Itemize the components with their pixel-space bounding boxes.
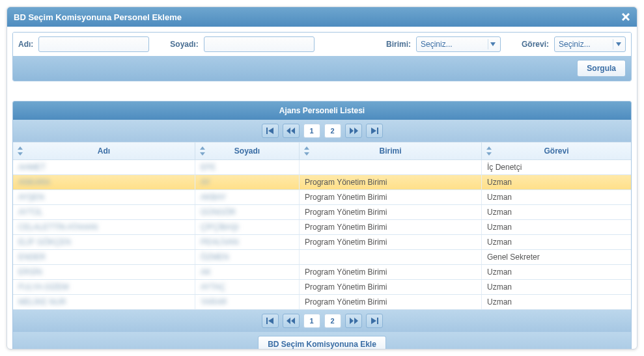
table-body: AHMETEFEİç DenetçiANKARAAYProgram Yöneti…: [13, 160, 631, 310]
svg-marker-7: [291, 128, 295, 134]
svg-marker-10: [371, 128, 376, 134]
adi-label: Adı:: [18, 40, 33, 49]
cell-adi: AYTÜL: [13, 205, 195, 219]
cell-soyadi: YARAR: [195, 295, 300, 309]
table-row[interactable]: ERSİNAKProgram Yönetim BirimiUzman: [13, 265, 631, 280]
chevron-down-icon: [613, 39, 623, 49]
soyadi-label: Soyadı:: [170, 40, 198, 49]
pager-last-icon[interactable]: [366, 124, 383, 138]
svg-marker-13: [18, 152, 23, 156]
gorevi-value: Seçiniz...: [559, 40, 591, 49]
soyadi-input[interactable]: [204, 36, 315, 52]
cell-adi: MELİKE NUR: [13, 295, 195, 309]
th-birimi[interactable]: Birimi: [300, 143, 482, 159]
pager-page-2[interactable]: 2: [324, 314, 341, 328]
cell-soyadi: ÇİFÇİBAŞI: [195, 220, 300, 234]
cell-birimi: [300, 250, 482, 264]
svg-marker-6: [287, 128, 290, 134]
pager-page-2[interactable]: 2: [324, 124, 341, 138]
pager-prev-icon[interactable]: [283, 124, 300, 138]
svg-marker-5: [268, 128, 273, 134]
close-icon[interactable]: [620, 11, 632, 23]
pager-first-icon[interactable]: [262, 124, 279, 138]
svg-rect-27: [377, 318, 378, 324]
cell-adi: AYŞEN: [13, 190, 195, 204]
sort-icon: [17, 146, 23, 156]
cell-soyadi: PEHLİVAN: [195, 235, 300, 249]
table-row[interactable]: AYŞENAKBAYProgram Yönetim BirimiUzman: [13, 190, 631, 205]
pager-next-icon[interactable]: [345, 314, 362, 328]
cell-gorevi: Uzman: [482, 295, 631, 309]
svg-marker-3: [616, 42, 621, 46]
svg-marker-19: [486, 152, 492, 156]
svg-rect-11: [377, 128, 378, 134]
pager-next-icon[interactable]: [345, 124, 362, 138]
chevron-down-icon: [488, 39, 498, 49]
th-adi[interactable]: Adı: [13, 143, 195, 159]
cell-adi: ELİF GÖKÇEN: [13, 235, 195, 249]
pager-first-icon[interactable]: [262, 314, 279, 328]
cell-soyadi: EFE: [195, 160, 300, 174]
gorevi-label: Görevi:: [522, 40, 549, 49]
cell-gorevi: Uzman: [482, 205, 631, 219]
svg-marker-22: [287, 318, 290, 324]
table-row[interactable]: ELİF GÖKÇENPEHLİVANProgram Yönetim Birim…: [13, 235, 631, 250]
table-row[interactable]: ENDERÖZMENGenel Sekreter: [13, 250, 631, 265]
cell-soyadi: AK: [195, 265, 300, 279]
cell-birimi: Program Yönetim Birimi: [300, 295, 482, 309]
cell-gorevi: Uzman: [482, 280, 631, 294]
sort-icon: [199, 146, 206, 156]
cell-gorevi: Uzman: [482, 265, 631, 279]
pager-page-1[interactable]: 1: [303, 124, 320, 138]
cell-adi: ERSİN: [13, 265, 195, 279]
cell-birimi: Program Yönetim Birimi: [300, 280, 482, 294]
cell-soyadi: AY: [195, 175, 300, 189]
sort-icon: [486, 146, 492, 156]
th-soyadi[interactable]: Soyadı: [195, 143, 300, 159]
cell-adi: AHMET: [13, 160, 195, 174]
svg-marker-15: [200, 152, 205, 156]
pager-prev-icon[interactable]: [283, 314, 300, 328]
table-row[interactable]: AYTÜLGÜNGÖRProgram Yönetim BirimiUzman: [13, 205, 631, 220]
dialog-title: BD Seçim Komisyonuna Personel Ekleme: [14, 12, 182, 22]
birimi-label: Birimi:: [386, 40, 411, 49]
cell-soyadi: AKBAY: [195, 190, 300, 204]
table-row[interactable]: FULYA GİZEMAYTAÇProgram Yönetim BirimiUz…: [13, 280, 631, 295]
table-row[interactable]: MELİKE NURYARARProgram Yönetim BirimiUzm…: [13, 295, 631, 310]
cell-soyadi: AYTAÇ: [195, 280, 300, 294]
add-to-commission-button[interactable]: BD Seçim Komisyonuna Ekle: [258, 336, 386, 349]
svg-marker-25: [354, 318, 358, 324]
cell-birimi: Program Yönetim Birimi: [300, 265, 482, 279]
sorgula-button[interactable]: Sorgula: [577, 60, 626, 77]
table: Ajans Personeli Listesi 1 2 Adı: [12, 101, 632, 349]
svg-marker-8: [350, 128, 354, 134]
svg-marker-23: [291, 318, 295, 324]
svg-marker-26: [371, 318, 376, 324]
cell-birimi: Program Yönetim Birimi: [300, 190, 482, 204]
birimi-select[interactable]: Seçiniz...: [416, 36, 501, 52]
table-row[interactable]: AHMETEFEİç Denetçi: [13, 160, 631, 175]
table-row[interactable]: ANKARAAYProgram Yönetim BirimiUzman: [13, 175, 631, 190]
svg-marker-24: [350, 318, 354, 324]
cell-birimi: Program Yönetim Birimi: [300, 175, 482, 189]
pager-bottom: 1 2: [13, 310, 631, 332]
cell-adi: ANKARA: [13, 175, 195, 189]
cell-adi: FULYA GİZEM: [13, 280, 195, 294]
table-row[interactable]: CELALETTİN ATAHANÇİFÇİBAŞIProgram Yöneti…: [13, 220, 631, 235]
pager-last-icon[interactable]: [366, 314, 383, 328]
pager-top: 1 2: [13, 120, 631, 142]
svg-marker-21: [268, 318, 273, 324]
cell-gorevi: Genel Sekreter: [482, 250, 631, 264]
dialog: BD Seçim Komisyonuna Personel Ekleme Adı…: [7, 7, 637, 349]
pager-page-1[interactable]: 1: [303, 314, 320, 328]
th-gorevi[interactable]: Görevi: [482, 143, 631, 159]
gorevi-select[interactable]: Seçiniz...: [554, 36, 626, 52]
title-bar: BD Seçim Komisyonuna Personel Ekleme: [7, 7, 637, 27]
svg-marker-2: [490, 42, 496, 46]
adi-input[interactable]: [38, 36, 149, 52]
sort-icon: [303, 146, 310, 156]
filter-bar: Adı: Soyadı: Birimi: Seçiniz... Görevi: …: [12, 32, 632, 81]
svg-rect-4: [266, 128, 268, 134]
table-header: Adı Soyadı Birimi Görevi: [13, 142, 631, 160]
cell-soyadi: GÜNGÖR: [195, 205, 300, 219]
